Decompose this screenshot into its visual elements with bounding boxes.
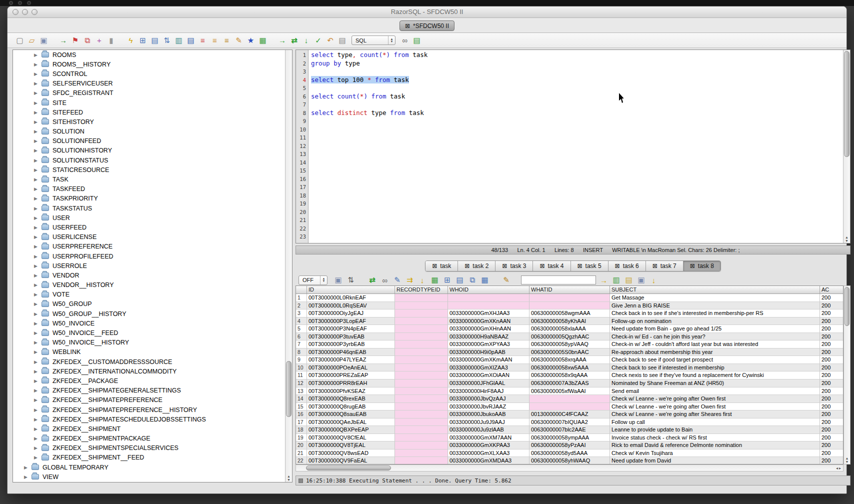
grid-vertical-scrollbar[interactable]: ▲▼ <box>844 286 850 464</box>
row-number-cell[interactable]: 10 <box>296 364 307 372</box>
cell-whatid[interactable] <box>530 302 610 310</box>
grid-vscroll-thumb[interactable] <box>844 287 850 326</box>
cell-recordtypeid[interactable] <box>395 442 448 450</box>
disclosure-triangle-icon[interactable]: ▶ <box>34 408 40 412</box>
disclosure-triangle-icon[interactable]: ▶ <box>34 273 40 278</box>
disclosure-triangle-icon[interactable]: ▶ <box>34 436 40 441</box>
grid-horizontal-scrollbar[interactable]: ◂▸ <box>296 464 844 472</box>
cell-ac[interactable]: 200 <box>820 403 844 411</box>
cell-recordtypeid[interactable] <box>395 325 448 333</box>
cell-recordtypeid[interactable] <box>395 395 448 403</box>
cell-id[interactable]: 00T3000000QBXPeEAP <box>307 426 395 434</box>
cell-whoid[interactable] <box>448 302 530 310</box>
grid-hscroll-thumb[interactable] <box>306 466 391 470</box>
cell-recordtypeid[interactable] <box>395 372 448 380</box>
cell-id[interactable]: 00T3000000L0RqSEAV <box>307 302 395 310</box>
close-result-tab-icon[interactable]: ⊠ <box>690 263 695 269</box>
table-row[interactable]: 1100T3000000PREZaEAP0033000000GmXOiAAN00… <box>296 372 843 380</box>
disclosure-triangle-icon[interactable]: ▶ <box>34 158 40 163</box>
row-number-cell[interactable]: 3 <box>296 310 307 318</box>
table-row[interactable]: 800T3000000P46qnEAB0033000000H9i0pAAB006… <box>296 348 843 356</box>
cell-recordtypeid[interactable] <box>395 388 448 396</box>
tree-item-zkfedex__shipmentspecialservices[interactable]: ▶ZKFEDEX__SHIPMENTSPECIALSERVICES <box>13 444 285 453</box>
cell-whatid[interactable]: 00630000007A3bZAAS <box>530 380 610 388</box>
edit-row-icon[interactable]: ✎ <box>392 275 402 286</box>
cell-recordtypeid[interactable] <box>395 403 448 411</box>
cell-subject[interactable]: Check nexis to see if they've found a re… <box>610 372 820 380</box>
cell-subject[interactable]: Invoice status check - check w/ RS first <box>610 434 820 442</box>
tree-item-solutionstatus[interactable]: ▶SOLUTIONSTATUS <box>13 156 285 165</box>
cell-id[interactable]: 00T3000000QV8CfEAL <box>307 434 395 442</box>
cell-ac[interactable]: 200 <box>820 302 844 310</box>
tree-item-w50_group__history[interactable]: ▶W50_GROUP__HISTORY <box>13 309 285 318</box>
cell-ac[interactable]: 200 <box>820 325 844 333</box>
close-result-tab-icon[interactable]: ⊠ <box>540 263 544 269</box>
reload-table-icon[interactable]: ▦ <box>430 275 440 286</box>
disclosure-triangle-icon[interactable]: ▶ <box>34 292 40 297</box>
edit-filter-icon[interactable]: ✎ <box>234 35 244 46</box>
results-list-icon[interactable]: ▤ <box>412 35 422 46</box>
column-list-icon[interactable]: ≡ <box>198 35 208 46</box>
cell-id[interactable]: 00T3000000QAeJbEAL <box>307 418 395 426</box>
code-line[interactable] <box>311 166 843 175</box>
disclosure-triangle-icon[interactable]: ▶ <box>34 446 40 450</box>
row-number-cell[interactable]: 6 <box>296 333 307 341</box>
code-line[interactable] <box>311 84 843 92</box>
result-tab-task-3[interactable]: ⊠task 3 <box>496 261 533 271</box>
cell-id[interactable]: 00T3000000PRR8rEAH <box>307 380 395 388</box>
row-number-cell[interactable]: 20 <box>296 442 307 450</box>
export-results-icon[interactable]: ▥ <box>611 275 622 286</box>
expand-tree-icon[interactable]: ⇉ <box>404 275 415 286</box>
cell-subject[interactable]: Give Jenn a BIG RAISE <box>610 302 820 310</box>
new-file-icon[interactable]: ▢ <box>14 35 25 46</box>
code-line[interactable]: select type, count(*) from task <box>311 51 843 60</box>
cell-whatid[interactable]: 006300000058yPzAAI <box>530 442 610 450</box>
tree-item-weblink[interactable]: ▶WEBLINK <box>13 348 285 357</box>
disclosure-triangle-icon[interactable]: ▶ <box>34 388 40 393</box>
result-tab-task-6[interactable]: ⊠task 6 <box>608 261 646 271</box>
close-result-tab-icon[interactable]: ⊠ <box>432 263 437 269</box>
results-search-input[interactable] <box>521 276 596 284</box>
cell-id[interactable]: 00T3000000P46qnEAB <box>307 348 395 356</box>
row-number-cell[interactable]: 13 <box>296 388 307 396</box>
cell-whoid[interactable]: 0033000000GmXHJAA3 <box>448 310 530 318</box>
describe-icon[interactable]: ▤ <box>337 35 348 46</box>
grid-hscroll-arrows-icon[interactable]: ◂▸ <box>836 466 842 470</box>
cell-subject[interactable]: Check w/ Leanne - we're going after Owen… <box>610 403 820 411</box>
rerun-icon[interactable]: ⇄ <box>289 35 300 46</box>
cell-ac[interactable]: 200 <box>820 318 844 326</box>
close-window-icon[interactable] <box>12 9 18 15</box>
refresh-results-icon[interactable]: ⇄ <box>367 275 378 286</box>
cell-whoid[interactable]: 0033000000Ju9J9AAJ <box>448 418 530 426</box>
row-number-cell[interactable]: 22 <box>296 457 307 464</box>
select-stepper-icon[interactable]: ▲▼ <box>388 36 395 44</box>
table-row[interactable]: 2100T3000000QV8wsEAD0033000000GmXLXAA300… <box>296 450 843 458</box>
cell-id[interactable]: 00T3000000P47LYEAZ <box>307 356 395 364</box>
table-row[interactable]: 300T3000000OiyJgEAJ0033000000GmXHJAA3006… <box>296 310 843 318</box>
cell-ac[interactable]: 200 <box>820 348 844 356</box>
cell-whatid[interactable] <box>530 395 610 403</box>
insert-row-icon[interactable]: ↓ <box>417 275 428 286</box>
table-row[interactable]: 600T3000000P3tuvEAB0033000000H9aNBAAZ006… <box>296 333 843 341</box>
cell-whatid[interactable]: 00630000005xfWaAAI <box>530 388 610 396</box>
disclosure-triangle-icon[interactable]: ▶ <box>34 81 40 86</box>
cell-recordtypeid[interactable] <box>395 302 448 310</box>
code-line[interactable] <box>311 183 843 192</box>
cell-subject[interactable]: Check w/ Kevin Tsujihara <box>610 450 820 458</box>
tree-item-userprofilefeed[interactable]: ▶USERPROFILEFEED <box>13 252 285 261</box>
sql-code-area[interactable]: select type, count(*) from taskgroup by … <box>308 50 843 243</box>
tree-item-solutionhistory[interactable]: ▶SOLUTIONHISTORY <box>13 146 285 156</box>
row-number-cell[interactable]: 11 <box>296 372 307 380</box>
code-line[interactable] <box>311 224 843 233</box>
row-number-cell[interactable]: 5 <box>296 325 307 333</box>
row-number-cell[interactable]: 4 <box>296 318 307 326</box>
sort-filter-icon[interactable]: ⇅ <box>346 275 356 286</box>
tree-item-global temporary[interactable]: ▶GLOBAL TEMPORARY <box>13 462 285 472</box>
tree-item-vendor[interactable]: ▶VENDOR <box>13 270 285 280</box>
disclosure-triangle-icon[interactable]: ▶ <box>34 100 40 106</box>
cell-id[interactable]: 00T3000000P3N4pEAF <box>307 325 395 333</box>
cell-whoid[interactable]: 0033000000GmXMDAA3 <box>448 457 530 464</box>
code-line[interactable] <box>311 175 843 184</box>
disclosure-triangle-icon[interactable]: ▶ <box>34 312 40 316</box>
cell-subject[interactable]: Check back to see if good target prospec… <box>610 356 820 364</box>
